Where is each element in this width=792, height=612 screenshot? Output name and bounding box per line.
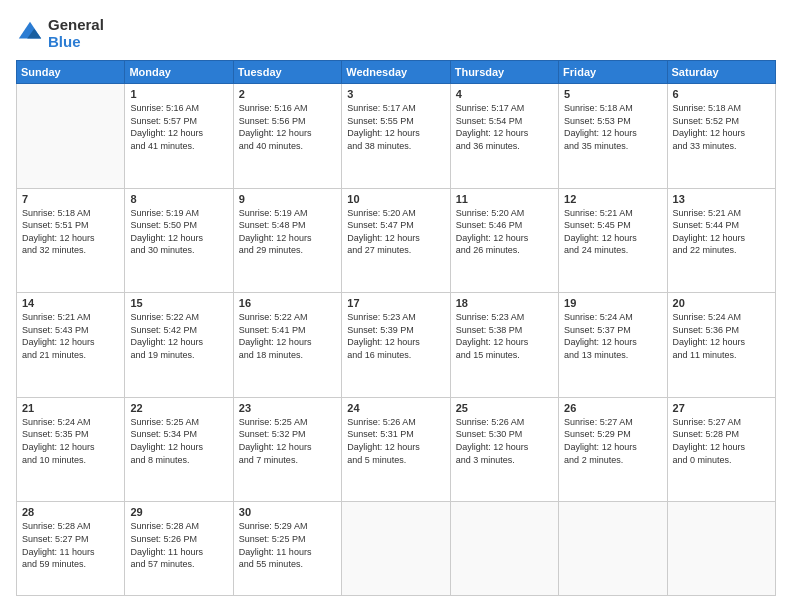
calendar-cell: 11Sunrise: 5:20 AM Sunset: 5:46 PM Dayli… — [450, 188, 558, 293]
calendar-cell: 18Sunrise: 5:23 AM Sunset: 5:38 PM Dayli… — [450, 293, 558, 398]
day-info: Sunrise: 5:27 AM Sunset: 5:29 PM Dayligh… — [564, 416, 661, 466]
day-number: 12 — [564, 193, 661, 205]
calendar-cell: 8Sunrise: 5:19 AM Sunset: 5:50 PM Daylig… — [125, 188, 233, 293]
day-number: 5 — [564, 88, 661, 100]
day-info: Sunrise: 5:21 AM Sunset: 5:44 PM Dayligh… — [673, 207, 770, 257]
day-number: 23 — [239, 402, 336, 414]
day-number: 22 — [130, 402, 227, 414]
calendar-cell: 19Sunrise: 5:24 AM Sunset: 5:37 PM Dayli… — [559, 293, 667, 398]
day-info: Sunrise: 5:18 AM Sunset: 5:52 PM Dayligh… — [673, 102, 770, 152]
calendar-cell: 4Sunrise: 5:17 AM Sunset: 5:54 PM Daylig… — [450, 84, 558, 189]
weekday-header-row: SundayMondayTuesdayWednesdayThursdayFrid… — [17, 61, 776, 84]
weekday-header-thursday: Thursday — [450, 61, 558, 84]
calendar-cell — [559, 502, 667, 596]
day-number: 7 — [22, 193, 119, 205]
day-number: 18 — [456, 297, 553, 309]
day-number: 3 — [347, 88, 444, 100]
calendar-cell: 26Sunrise: 5:27 AM Sunset: 5:29 PM Dayli… — [559, 397, 667, 502]
day-info: Sunrise: 5:26 AM Sunset: 5:31 PM Dayligh… — [347, 416, 444, 466]
calendar-cell: 17Sunrise: 5:23 AM Sunset: 5:39 PM Dayli… — [342, 293, 450, 398]
calendar-cell: 28Sunrise: 5:28 AM Sunset: 5:27 PM Dayli… — [17, 502, 125, 596]
weekday-header-wednesday: Wednesday — [342, 61, 450, 84]
weekday-header-tuesday: Tuesday — [233, 61, 341, 84]
week-row-1: 1Sunrise: 5:16 AM Sunset: 5:57 PM Daylig… — [17, 84, 776, 189]
day-info: Sunrise: 5:20 AM Sunset: 5:46 PM Dayligh… — [456, 207, 553, 257]
day-number: 13 — [673, 193, 770, 205]
day-info: Sunrise: 5:20 AM Sunset: 5:47 PM Dayligh… — [347, 207, 444, 257]
calendar-cell: 25Sunrise: 5:26 AM Sunset: 5:30 PM Dayli… — [450, 397, 558, 502]
day-number: 19 — [564, 297, 661, 309]
calendar-cell: 2Sunrise: 5:16 AM Sunset: 5:56 PM Daylig… — [233, 84, 341, 189]
day-info: Sunrise: 5:21 AM Sunset: 5:45 PM Dayligh… — [564, 207, 661, 257]
day-info: Sunrise: 5:18 AM Sunset: 5:51 PM Dayligh… — [22, 207, 119, 257]
day-info: Sunrise: 5:23 AM Sunset: 5:38 PM Dayligh… — [456, 311, 553, 361]
day-number: 27 — [673, 402, 770, 414]
weekday-header-monday: Monday — [125, 61, 233, 84]
calendar-cell: 16Sunrise: 5:22 AM Sunset: 5:41 PM Dayli… — [233, 293, 341, 398]
day-number: 26 — [564, 402, 661, 414]
day-info: Sunrise: 5:24 AM Sunset: 5:36 PM Dayligh… — [673, 311, 770, 361]
day-info: Sunrise: 5:25 AM Sunset: 5:34 PM Dayligh… — [130, 416, 227, 466]
calendar-cell — [667, 502, 775, 596]
day-info: Sunrise: 5:28 AM Sunset: 5:26 PM Dayligh… — [130, 520, 227, 570]
calendar-cell: 21Sunrise: 5:24 AM Sunset: 5:35 PM Dayli… — [17, 397, 125, 502]
day-info: Sunrise: 5:22 AM Sunset: 5:41 PM Dayligh… — [239, 311, 336, 361]
calendar-cell: 27Sunrise: 5:27 AM Sunset: 5:28 PM Dayli… — [667, 397, 775, 502]
calendar-cell: 1Sunrise: 5:16 AM Sunset: 5:57 PM Daylig… — [125, 84, 233, 189]
day-number: 24 — [347, 402, 444, 414]
day-info: Sunrise: 5:24 AM Sunset: 5:37 PM Dayligh… — [564, 311, 661, 361]
day-number: 15 — [130, 297, 227, 309]
logo-text: General Blue — [48, 16, 104, 50]
weekday-header-friday: Friday — [559, 61, 667, 84]
week-row-4: 21Sunrise: 5:24 AM Sunset: 5:35 PM Dayli… — [17, 397, 776, 502]
day-number: 17 — [347, 297, 444, 309]
calendar-cell — [450, 502, 558, 596]
day-number: 9 — [239, 193, 336, 205]
calendar-cell: 9Sunrise: 5:19 AM Sunset: 5:48 PM Daylig… — [233, 188, 341, 293]
day-info: Sunrise: 5:28 AM Sunset: 5:27 PM Dayligh… — [22, 520, 119, 570]
logo: General Blue — [16, 16, 104, 50]
day-info: Sunrise: 5:25 AM Sunset: 5:32 PM Dayligh… — [239, 416, 336, 466]
weekday-header-sunday: Sunday — [17, 61, 125, 84]
day-info: Sunrise: 5:23 AM Sunset: 5:39 PM Dayligh… — [347, 311, 444, 361]
calendar-cell: 12Sunrise: 5:21 AM Sunset: 5:45 PM Dayli… — [559, 188, 667, 293]
day-number: 29 — [130, 506, 227, 518]
day-info: Sunrise: 5:17 AM Sunset: 5:54 PM Dayligh… — [456, 102, 553, 152]
calendar-cell: 20Sunrise: 5:24 AM Sunset: 5:36 PM Dayli… — [667, 293, 775, 398]
day-info: Sunrise: 5:29 AM Sunset: 5:25 PM Dayligh… — [239, 520, 336, 570]
week-row-3: 14Sunrise: 5:21 AM Sunset: 5:43 PM Dayli… — [17, 293, 776, 398]
calendar-cell: 29Sunrise: 5:28 AM Sunset: 5:26 PM Dayli… — [125, 502, 233, 596]
day-number: 28 — [22, 506, 119, 518]
day-number: 11 — [456, 193, 553, 205]
day-number: 4 — [456, 88, 553, 100]
calendar-cell: 7Sunrise: 5:18 AM Sunset: 5:51 PM Daylig… — [17, 188, 125, 293]
day-number: 1 — [130, 88, 227, 100]
day-number: 10 — [347, 193, 444, 205]
day-number: 8 — [130, 193, 227, 205]
day-number: 6 — [673, 88, 770, 100]
day-info: Sunrise: 5:22 AM Sunset: 5:42 PM Dayligh… — [130, 311, 227, 361]
calendar-cell: 6Sunrise: 5:18 AM Sunset: 5:52 PM Daylig… — [667, 84, 775, 189]
day-info: Sunrise: 5:24 AM Sunset: 5:35 PM Dayligh… — [22, 416, 119, 466]
day-info: Sunrise: 5:18 AM Sunset: 5:53 PM Dayligh… — [564, 102, 661, 152]
calendar-cell: 3Sunrise: 5:17 AM Sunset: 5:55 PM Daylig… — [342, 84, 450, 189]
logo-icon — [16, 19, 44, 47]
calendar-cell: 13Sunrise: 5:21 AM Sunset: 5:44 PM Dayli… — [667, 188, 775, 293]
header: General Blue — [16, 16, 776, 50]
day-info: Sunrise: 5:19 AM Sunset: 5:50 PM Dayligh… — [130, 207, 227, 257]
calendar-cell: 10Sunrise: 5:20 AM Sunset: 5:47 PM Dayli… — [342, 188, 450, 293]
calendar-cell: 14Sunrise: 5:21 AM Sunset: 5:43 PM Dayli… — [17, 293, 125, 398]
calendar-cell: 22Sunrise: 5:25 AM Sunset: 5:34 PM Dayli… — [125, 397, 233, 502]
calendar-cell: 23Sunrise: 5:25 AM Sunset: 5:32 PM Dayli… — [233, 397, 341, 502]
week-row-5: 28Sunrise: 5:28 AM Sunset: 5:27 PM Dayli… — [17, 502, 776, 596]
day-number: 30 — [239, 506, 336, 518]
day-number: 25 — [456, 402, 553, 414]
calendar: SundayMondayTuesdayWednesdayThursdayFrid… — [16, 60, 776, 596]
day-info: Sunrise: 5:19 AM Sunset: 5:48 PM Dayligh… — [239, 207, 336, 257]
day-number: 21 — [22, 402, 119, 414]
calendar-cell — [342, 502, 450, 596]
calendar-cell — [17, 84, 125, 189]
calendar-cell: 5Sunrise: 5:18 AM Sunset: 5:53 PM Daylig… — [559, 84, 667, 189]
day-info: Sunrise: 5:27 AM Sunset: 5:28 PM Dayligh… — [673, 416, 770, 466]
calendar-cell: 24Sunrise: 5:26 AM Sunset: 5:31 PM Dayli… — [342, 397, 450, 502]
